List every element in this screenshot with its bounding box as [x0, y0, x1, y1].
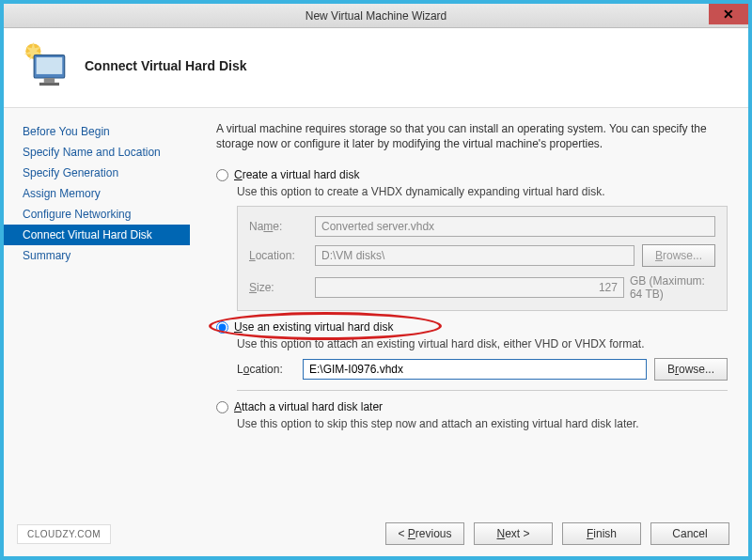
sidebar-item-assign-memory[interactable]: Assign Memory: [4, 183, 190, 204]
create-desc: Use this option to create a VHDX dynamic…: [237, 185, 728, 198]
svg-rect-3: [44, 78, 55, 83]
radio-later[interactable]: [216, 401, 228, 413]
create-panel: Name: Location: Browse... Size: GB (Maxi…: [237, 206, 728, 311]
next-button[interactable]: Next >: [474, 522, 553, 545]
existing-panel: Location: Browse...: [237, 358, 728, 381]
create-size-suffix: GB (Maximum: 64 TB): [630, 274, 715, 301]
sidebar-item-before-you-begin[interactable]: Before You Begin: [4, 121, 190, 142]
wizard-icon: [23, 41, 71, 90]
page-title: Connect Virtual Hard Disk: [85, 58, 246, 73]
later-desc: Use this option to skip this step now an…: [237, 417, 728, 430]
existing-location-input[interactable]: [303, 359, 647, 380]
existing-desc: Use this option to attach an existing vi…: [237, 337, 728, 350]
option-later: Attach a virtual hard disk later Use thi…: [216, 400, 728, 430]
create-location-label: Location:: [249, 249, 307, 262]
sidebar-item-summary[interactable]: Summary: [4, 245, 190, 266]
radio-existing[interactable]: [216, 321, 228, 334]
radio-create-label[interactable]: Create a virtual hard disk: [234, 168, 359, 181]
existing-location-label: Location:: [237, 363, 295, 376]
radio-create[interactable]: [216, 169, 228, 181]
svg-rect-2: [37, 57, 63, 74]
footer: CLOUDZY.COM < Previous Next > Finish Can…: [4, 511, 748, 556]
close-button[interactable]: ✕: [709, 4, 748, 24]
create-size-label: Size:: [249, 281, 307, 294]
content: A virtual machine requires storage so th…: [190, 108, 748, 511]
wizard-window: New Virtual Machine Wizard ✕ Connect Vir…: [0, 0, 752, 560]
option-create: Create a virtual hard disk Use this opti…: [216, 168, 728, 311]
radio-later-label[interactable]: Attach a virtual hard disk later: [234, 400, 383, 413]
create-location-input: [315, 245, 634, 266]
close-icon: ✕: [723, 7, 734, 22]
body: Before You Begin Specify Name and Locati…: [4, 107, 748, 511]
wizard-header: Connect Virtual Hard Disk: [4, 28, 748, 107]
sidebar-item-specify-name[interactable]: Specify Name and Location: [4, 142, 190, 163]
create-name-label: Name:: [249, 220, 307, 233]
window-title: New Virtual Machine Wizard: [306, 9, 447, 23]
cancel-button[interactable]: Cancel: [650, 522, 729, 545]
option-existing: Use an existing virtual hard disk Use th…: [216, 320, 728, 381]
watermark: CLOUDZY.COM: [17, 524, 111, 544]
finish-button[interactable]: Finish: [562, 522, 641, 545]
disk-options: Create a virtual hard disk Use this opti…: [216, 168, 728, 430]
create-browse-button: Browse...: [642, 244, 715, 267]
existing-browse-button[interactable]: Browse...: [654, 358, 728, 381]
sidebar-item-specify-generation[interactable]: Specify Generation: [4, 163, 190, 183]
svg-rect-4: [39, 83, 59, 86]
intro-text: A virtual machine requires storage so th…: [216, 121, 728, 151]
sidebar-item-configure-networking[interactable]: Configure Networking: [4, 204, 190, 225]
previous-button[interactable]: < Previous: [385, 522, 464, 545]
divider: [237, 390, 728, 391]
titlebar: New Virtual Machine Wizard ✕: [4, 4, 748, 28]
create-size-input: [315, 277, 624, 298]
sidebar-item-connect-vhd[interactable]: Connect Virtual Hard Disk: [4, 225, 190, 245]
create-name-input: [315, 216, 715, 237]
button-row: < Previous Next > Finish Cancel: [385, 522, 729, 545]
radio-existing-label[interactable]: Use an existing virtual hard disk: [234, 320, 393, 334]
sidebar: Before You Begin Specify Name and Locati…: [4, 108, 190, 511]
